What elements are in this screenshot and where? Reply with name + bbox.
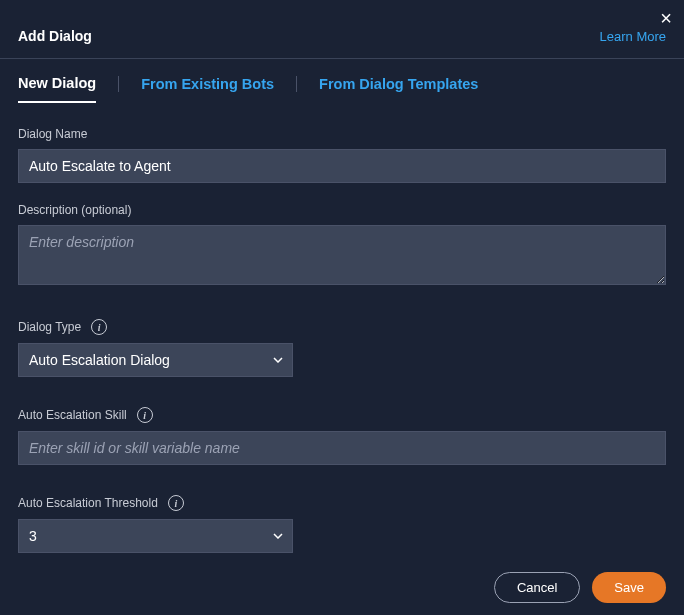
field-escalation-skill: Auto Escalation Skill i <box>18 407 666 465</box>
tab-new-dialog[interactable]: New Dialog <box>18 75 96 103</box>
dialog-type-label-text: Dialog Type <box>18 320 81 334</box>
tab-from-dialog-templates[interactable]: From Dialog Templates <box>319 76 478 102</box>
field-dialog-name: Dialog Name <box>18 127 666 183</box>
dialog-type-select-wrapper: Auto Escalation Dialog <box>18 343 293 377</box>
dialog-title: Add Dialog <box>18 28 92 44</box>
cancel-button[interactable]: Cancel <box>494 572 580 603</box>
field-dialog-type: Dialog Type i Auto Escalation Dialog <box>18 319 666 377</box>
tab-separator <box>296 76 297 92</box>
description-input[interactable] <box>18 225 666 285</box>
info-icon[interactable]: i <box>137 407 153 423</box>
field-escalation-threshold: Auto Escalation Threshold i 3 <box>18 495 666 553</box>
escalation-skill-label: Auto Escalation Skill i <box>18 407 666 423</box>
escalation-threshold-select-wrapper: 3 <box>18 519 293 553</box>
escalation-threshold-select[interactable]: 3 <box>18 519 293 553</box>
form-body: Dialog Name Description (optional) Dialo… <box>0 103 684 553</box>
escalation-threshold-label-text: Auto Escalation Threshold <box>18 496 158 510</box>
dialog-name-label: Dialog Name <box>18 127 666 141</box>
tab-bar: New Dialog From Existing Bots From Dialo… <box>0 59 684 103</box>
dialog-header: Add Dialog Learn More <box>0 0 684 44</box>
dialog-name-input[interactable] <box>18 149 666 183</box>
escalation-skill-label-text: Auto Escalation Skill <box>18 408 127 422</box>
dialog-type-select[interactable]: Auto Escalation Dialog <box>18 343 293 377</box>
description-label: Description (optional) <box>18 203 666 217</box>
tab-separator <box>118 76 119 92</box>
save-button[interactable]: Save <box>592 572 666 603</box>
info-icon[interactable]: i <box>168 495 184 511</box>
dialog-footer: Cancel Save <box>494 572 666 603</box>
tab-from-existing-bots[interactable]: From Existing Bots <box>141 76 274 102</box>
learn-more-link[interactable]: Learn More <box>600 29 666 44</box>
escalation-threshold-label: Auto Escalation Threshold i <box>18 495 666 511</box>
info-icon[interactable]: i <box>91 319 107 335</box>
close-icon[interactable]: × <box>660 8 672 28</box>
field-description: Description (optional) <box>18 203 666 289</box>
dialog-type-label: Dialog Type i <box>18 319 666 335</box>
escalation-skill-input[interactable] <box>18 431 666 465</box>
